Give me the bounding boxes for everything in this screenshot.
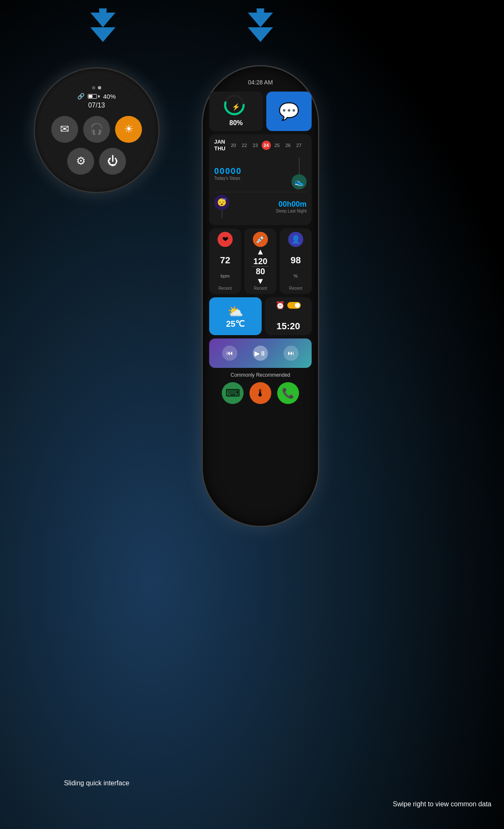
spo2-icon: 👤	[288, 232, 303, 247]
weather-temp: 25℃	[226, 319, 244, 329]
music-playpause-button[interactable]: ▶⏸	[253, 346, 268, 361]
steps-icon: 👟	[291, 174, 307, 189]
calendar-header: JAN THU 20 22 23 24 25 26 27	[214, 139, 307, 152]
phone-app-icon[interactable]: 📞	[277, 382, 299, 404]
message-widget[interactable]: 💬	[266, 92, 312, 131]
heart-rate-label: Recent	[218, 286, 232, 291]
brightness-icon-btn[interactable]: ☀	[115, 116, 142, 143]
round-watch-label: Sliding quick interface	[34, 779, 160, 787]
pill-watch: 04:28 AM ⚡ 80% 💬 JAN THU	[202, 65, 319, 527]
pill-row-top: ⚡ 80% 💬	[209, 92, 312, 131]
sleep-value: 00h00m	[276, 200, 307, 209]
settings-icon-btn[interactable]: ⚙	[67, 148, 94, 175]
battery-icon	[88, 94, 100, 99]
alarm-header: ⏰	[276, 301, 301, 310]
watch-page-dots	[92, 86, 101, 89]
weather-alarm-row: ⛅ 25℃ ⏰ 15:20	[209, 297, 312, 335]
steps-info: 00000 Today's Steps	[214, 166, 242, 181]
power-icon-btn[interactable]: ⏻	[99, 148, 126, 175]
steps-row: 00000 Today's Steps 👟	[214, 155, 307, 192]
battery-widget[interactable]: ⚡ 80%	[209, 92, 263, 131]
alarm-toggle[interactable]	[287, 302, 301, 309]
keyboard-app-icon[interactable]: ⌨	[222, 382, 244, 404]
right-arrow-down	[248, 8, 273, 42]
sleep-icon: 😴	[214, 195, 229, 210]
alarm-widget[interactable]: ⏰ 15:20	[265, 297, 312, 335]
mail-icon-btn[interactable]: ✉	[51, 116, 78, 143]
watch-icon-grid: ✉ 🎧 ☀	[51, 116, 142, 143]
heart-rate-unit: bpm	[220, 273, 229, 278]
watch-date: 07/13	[88, 102, 105, 109]
dot-2	[98, 86, 101, 89]
cal-date-24: 24	[262, 141, 271, 150]
steps-label: Today's Steps	[214, 176, 242, 181]
spo2-widget[interactable]: 👤 98 % Recent	[280, 228, 312, 294]
round-watch: 🔗 40% 07/13 ✉ 🎧 ☀ ⚙ ⏻	[34, 67, 160, 193]
weather-widget[interactable]: ⛅ 25℃	[209, 297, 262, 335]
calendar-steps-widget[interactable]: JAN THU 20 22 23 24 25 26 27 00000 Today…	[209, 134, 312, 225]
music-prev-button[interactable]: ⏮	[222, 346, 237, 361]
calendar-dates: 20 22 23 24 25 26 27	[229, 141, 304, 150]
spo2-unit: %	[294, 273, 298, 278]
spo2-value: 98	[291, 255, 301, 266]
spo2-label: Recent	[289, 286, 302, 291]
heart-rate-icon: ❤	[218, 232, 233, 247]
music-widget[interactable]: ⏮ ▶⏸ ⏭	[209, 338, 312, 368]
cal-date-26: 26	[284, 141, 293, 150]
bp-systolic: ▲	[256, 247, 265, 257]
cal-date-23: 23	[251, 141, 260, 150]
swipe-label: Swipe right to view common data	[393, 800, 491, 808]
cal-date-20: 20	[229, 141, 238, 150]
alarm-time: 15:20	[276, 321, 300, 332]
thermometer-app-icon[interactable]: 🌡	[249, 382, 271, 404]
heart-rate-value: 72	[220, 255, 230, 266]
dot-1	[92, 86, 95, 89]
battery-large-percent: 80%	[229, 119, 243, 127]
sleep-row: 😴 00h00m Sleep Last Night	[214, 192, 307, 221]
watch-status: 🔗 40%	[77, 93, 116, 100]
pill-time: 04:28 AM	[248, 79, 273, 86]
bp-diastolic: ▼	[256, 276, 265, 286]
message-icon: 💬	[278, 102, 299, 121]
bp-diastolic-val: 80	[256, 267, 265, 276]
left-arrow-down	[90, 8, 116, 42]
apps-row: ⌨ 🌡 📞	[209, 382, 312, 404]
cal-date-25: 25	[273, 141, 282, 150]
sleep-label: Sleep Last Night	[276, 209, 307, 213]
bp-values: ▲ 120 80 ▼	[252, 247, 269, 286]
heart-rate-widget[interactable]: ❤ 72 bpm Recent	[209, 228, 241, 294]
music-next-button[interactable]: ⏭	[284, 346, 299, 361]
steps-value: 00000	[214, 166, 242, 176]
cal-month-day: JAN THU	[214, 139, 226, 152]
recommended-label: Commonly Recommended	[209, 371, 312, 379]
link-icon: 🔗	[77, 93, 84, 100]
blood-pressure-icon: 💉	[253, 232, 268, 247]
blood-pressure-widget[interactable]: 💉 ▲ 120 80 ▼ Recent	[244, 228, 276, 294]
sleep-info: 00h00m Sleep Last Night	[276, 200, 307, 213]
bluetooth-icon-btn[interactable]: 🎧	[83, 116, 110, 143]
bp-label: Recent	[254, 286, 267, 291]
health-widgets-row: ❤ 72 bpm Recent 💉 ▲ 120 80 ▼ Recent 👤 98…	[209, 228, 312, 294]
cal-date-27: 27	[294, 141, 304, 150]
watch-icon-bottom: ⚙ ⏻	[67, 148, 126, 175]
weather-icon: ⛅	[228, 304, 243, 319]
cal-date-22: 22	[240, 141, 249, 150]
battery-percent: 40%	[103, 93, 116, 100]
alarm-icon: ⏰	[276, 301, 285, 310]
bp-systolic-val: 120	[253, 257, 267, 266]
